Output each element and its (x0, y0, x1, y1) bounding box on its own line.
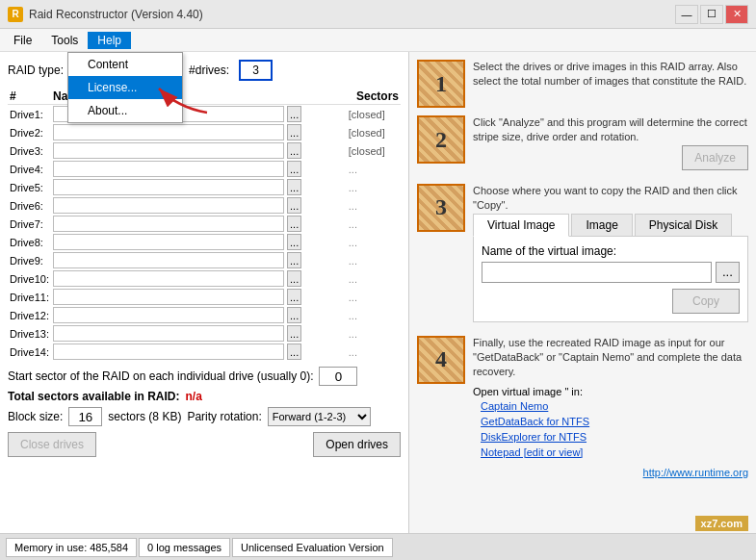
title-bar: R Raid Reconstructor (Version 4.40) — ☐ … (0, 0, 756, 29)
drive-path-input[interactable] (53, 216, 284, 232)
drive-path-input[interactable] (53, 252, 284, 268)
drive-empty-status: ... (349, 273, 357, 285)
drive-browse-button[interactable]: ... (287, 161, 301, 177)
virtual-image-input[interactable] (482, 262, 712, 283)
menu-tools[interactable]: Tools (41, 32, 88, 49)
menu-about[interactable]: About... (68, 99, 182, 122)
window-title: Raid Reconstructor (Version 4.40) (29, 8, 203, 21)
drive-empty-status: ... (349, 200, 357, 212)
drive-browse-button[interactable]: ... (287, 252, 301, 268)
drive-path-input[interactable] (53, 234, 284, 250)
drive-sectors: ... (347, 178, 401, 196)
drive-browse-button[interactable]: ... (287, 179, 301, 195)
menu-content[interactable]: Content (68, 53, 182, 76)
menu-file[interactable]: File (4, 32, 41, 49)
drive-table: # Name Sectors Drive1: ... [closed] Driv… (8, 89, 401, 361)
maximize-button[interactable]: ☐ (700, 5, 723, 24)
drive-label: Drive14: (8, 343, 51, 361)
drive-empty-status: ... (349, 310, 357, 321)
step3-icon: 3 (417, 184, 465, 232)
app-icon: R (8, 7, 23, 22)
drive-label: Drive12: (8, 306, 51, 324)
drive-browse-button[interactable]: ... (287, 142, 301, 159)
drive-path-input[interactable] (53, 270, 284, 287)
drive-browse-button[interactable]: ... (287, 216, 301, 232)
table-row: Drive3: ... [closed] (8, 141, 401, 160)
drive-sectors: ... (347, 324, 401, 343)
drive-browse-button[interactable]: ... (287, 344, 301, 360)
drive-sectors: ... (347, 215, 401, 233)
drive-path-input[interactable] (53, 179, 284, 195)
drive-closed-status: [closed] (349, 145, 385, 157)
col-number: # (8, 89, 51, 105)
drive-sectors: [closed] (347, 123, 401, 141)
analyze-button[interactable]: Analyze (682, 145, 748, 170)
table-row: Drive14: ... ... (8, 343, 401, 361)
copy-button[interactable]: Copy (672, 289, 740, 314)
menu-license[interactable]: License... (68, 76, 182, 99)
drive-browse-button[interactable]: ... (287, 270, 301, 287)
drive-empty-status: ... (349, 292, 357, 303)
drive-browse-button[interactable]: ... (287, 234, 301, 250)
left-panel: RAID type: RAID-5 #drives: # Name Sector… (0, 52, 409, 533)
website-link[interactable]: http://www.runtime.org (643, 467, 748, 478)
drive-empty-status: ... (349, 328, 357, 340)
drive-label: Drive2: (8, 123, 51, 141)
start-sector-input[interactable] (319, 367, 357, 386)
bottom-controls: Start sector of the RAID on each individ… (8, 367, 401, 457)
drive-path-input[interactable] (53, 289, 284, 305)
drive-empty-status: ... (349, 182, 357, 193)
tab-image[interactable]: Image (571, 214, 632, 236)
total-sectors-value: n/a (186, 390, 202, 403)
parity-select[interactable]: Forward (1-2-3) Backward (1-2-3) (268, 407, 371, 426)
minimize-button[interactable]: — (675, 5, 698, 24)
drive-path-input[interactable] (53, 344, 284, 360)
virtual-image-browse-button[interactable]: ... (716, 262, 740, 283)
total-sectors-label: Total sectors available in RAID: (8, 390, 180, 403)
close-drives-button[interactable]: Close drives (8, 432, 96, 457)
step4-section: 4 Finally, use the recreated RAID image … (417, 336, 748, 478)
drive-empty-status: ... (349, 218, 357, 230)
drives-input[interactable] (239, 60, 273, 81)
drive-label: Drive9: (8, 251, 51, 269)
drive-browse-button[interactable]: ... (287, 325, 301, 342)
tab-row: Virtual Image Image Physical Disk (473, 214, 748, 237)
drive-path-input[interactable] (53, 325, 284, 342)
drive-empty-status: ... (349, 237, 357, 248)
block-size-label: Block size: (8, 410, 63, 423)
drive-path-input[interactable] (53, 142, 284, 159)
close-button[interactable]: ✕ (725, 5, 748, 24)
drive-empty-status: ... (349, 255, 357, 267)
table-row: Drive8: ... ... (8, 233, 401, 251)
step4-text: Finally, use the recreated RAID image as… (473, 336, 748, 380)
drive-browse-button[interactable]: ... (287, 106, 301, 122)
drive-path-input[interactable] (53, 307, 284, 323)
drive-browse-button[interactable]: ... (287, 197, 301, 214)
drive-path-input[interactable] (53, 161, 284, 177)
table-row: Drive13: ... ... (8, 324, 401, 343)
menu-help[interactable]: Help (88, 32, 131, 49)
tab-content: Name of the virtual image: ... Copy (473, 237, 748, 322)
drive-path-input[interactable] (53, 197, 284, 214)
drive-browse-button[interactable]: ... (287, 307, 301, 323)
memory-status: Memory in use: 485,584 (6, 538, 137, 557)
step3-section: 3 Choose where you want to copy the RAID… (417, 184, 748, 328)
link-captain-nemo[interactable]: Captain Nemo (481, 400, 548, 412)
drive-path-input[interactable] (53, 124, 284, 140)
link-notepad[interactable]: Notepad [edit or view] (481, 446, 583, 458)
table-row: Drive6: ... ... (8, 196, 401, 215)
drive-sectors: ... (347, 343, 401, 361)
tab-physical-disk[interactable]: Physical Disk (635, 214, 732, 236)
table-row: Drive12: ... ... (8, 306, 401, 324)
drive-browse-button[interactable]: ... (287, 289, 301, 305)
open-drives-button[interactable]: Open drives (313, 432, 401, 457)
step2-section: 2 Click "Analyze" and this program will … (417, 115, 748, 176)
table-row: Drive4: ... ... (8, 160, 401, 178)
drive-browse-button[interactable]: ... (287, 124, 301, 140)
block-size-input[interactable] (68, 407, 102, 426)
link-diskexplorer-ntfs[interactable]: DiskExplorer for NTFS (481, 431, 587, 443)
tab-virtual-image[interactable]: Virtual Image (473, 214, 569, 237)
link-getdataback-ntfs[interactable]: GetDataBack for NTFS (481, 416, 589, 427)
drive-label: Drive4: (8, 160, 51, 178)
step4-icon: 4 (417, 336, 465, 384)
